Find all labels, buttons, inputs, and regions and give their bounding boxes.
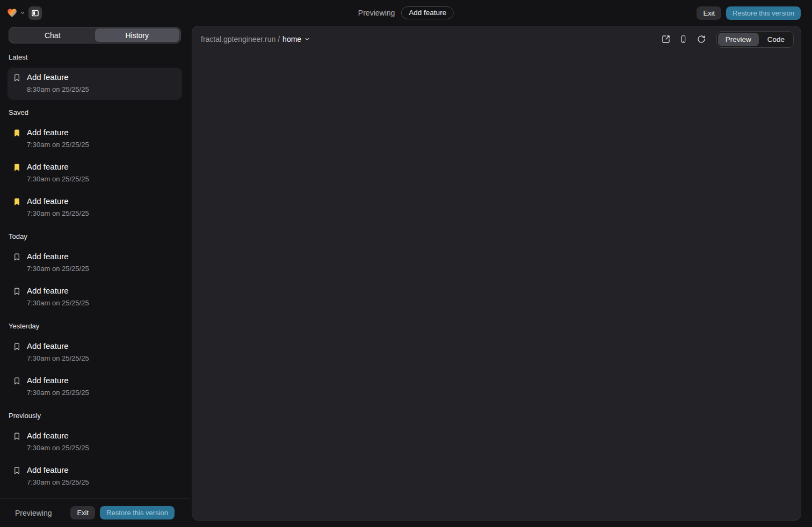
section-title: Today [9,232,181,240]
history-item-text: Add feature 7:30am on 25/25/25 [27,162,89,184]
item-time: 7:30am on 25/25/25 [27,443,89,453]
section-items: Add feature 7:30am on 25/25/25 Add featu… [8,426,182,493]
section-title: Saved [9,108,181,116]
bookmark-icon [13,197,21,206]
bookmark-icon [13,466,21,475]
section-items: Add feature 7:30am on 25/25/25 Add featu… [8,123,182,224]
history-list: Latest Add feature 8:30am on 25/25/25 Sa… [0,43,190,498]
mobile-view-button[interactable] [677,32,691,46]
url-current-page: home [282,35,301,43]
item-time: 7:30am on 25/25/25 [27,264,89,274]
preview-viewport[interactable] [192,52,801,520]
history-section: Yesterday Add feature 7:30am on 25/25/25… [8,322,182,403]
item-title: Add feature [27,127,89,138]
section-title: Latest [9,53,181,61]
history-section: Today Add feature 7:30am on 25/25/25 Add… [8,232,182,313]
item-title: Add feature [27,286,89,296]
item-time: 8:30am on 25/25/25 [27,85,89,94]
mobile-device-icon [679,35,687,43]
bookmark-icon [13,253,21,261]
history-item[interactable]: Add feature 7:30am on 25/25/25 [8,157,182,189]
footer-exit-button[interactable]: Exit [70,506,95,519]
history-item[interactable]: Add feature 7:30am on 25/25/25 [8,247,182,279]
history-item-text: Add feature 7:30am on 25/25/25 [27,375,89,398]
open-in-new-tab-button[interactable] [659,32,673,46]
history-item[interactable]: Add feature 7:30am on 25/25/25 [8,426,182,458]
chat-history-tabs: Chat History [9,27,181,43]
history-item[interactable]: Add feature 7:30am on 25/25/25 [8,192,182,224]
history-item-text: Add feature 7:30am on 25/25/25 [27,286,89,308]
item-title: Add feature [27,341,89,352]
history-section: Previously Add feature 7:30am on 25/25/2… [8,412,182,493]
history-item-text: Add feature 7:30am on 25/25/25 [27,430,89,453]
item-title: Add feature [27,251,89,262]
item-time: 7:30am on 25/25/25 [27,174,89,184]
item-title: Add feature [27,430,89,441]
sidebar-footer: Previewing Exit Restore this version [0,498,190,527]
history-item-text: Add feature 7:30am on 25/25/25 [27,465,89,487]
history-item[interactable]: Add feature 7:30am on 25/25/25 [8,460,182,493]
item-time: 7:30am on 25/25/25 [27,478,89,487]
toggle-preview[interactable]: Preview [718,33,759,46]
section-title: Yesterday [9,322,181,330]
toggle-code[interactable]: Code [760,33,792,46]
footer-restore-version-button[interactable]: Restore this version [100,506,175,519]
bookmark-icon [13,163,21,172]
item-title: Add feature [27,196,89,207]
history-item[interactable]: Add feature 7:30am on 25/25/25 [8,281,182,313]
bookmark-icon [13,377,21,385]
refresh-icon [697,35,706,43]
item-time: 7:30am on 25/25/25 [27,298,89,308]
section-items: Add feature 7:30am on 25/25/25 Add featu… [8,247,182,313]
chevron-down-icon [304,36,310,42]
item-title: Add feature [27,375,89,386]
history-item[interactable]: Add feature 7:30am on 25/25/25 [8,336,182,369]
footer-previewing-label: Previewing [15,509,52,517]
item-title: Add feature [27,465,89,475]
history-item-text: Add feature 7:30am on 25/25/25 [27,127,89,150]
sidebar: Chat History Latest Add feature 8:30am o… [0,26,190,527]
section-items: Add feature 7:30am on 25/25/25 Add featu… [8,336,182,403]
history-item-text: Add feature 7:30am on 25/25/25 [27,251,89,274]
bookmark-icon [13,432,21,441]
page-url-selector[interactable]: fractal.gptengineer.run / home [201,35,310,43]
section-title: Previously [9,412,181,420]
item-time: 7:30am on 25/25/25 [27,140,89,150]
history-section: Latest Add feature 8:30am on 25/25/25 [8,53,182,100]
url-prefix: fractal.gptengineer.run / [201,35,280,43]
preview-panel: fractal.gptengineer.run / home [192,26,801,521]
history-section: Saved Add feature 7:30am on 25/25/25 Add… [8,108,182,224]
section-items: Add feature 8:30am on 25/25/25 [8,68,182,100]
panel-left-icon [31,9,39,17]
topbar: Previewing Add feature Exit Restore this… [0,0,812,26]
preview-panel-header: fractal.gptengineer.run / home [192,26,801,52]
sidebar-toggle-button[interactable] [28,6,42,20]
bookmark-icon [13,74,21,82]
history-item[interactable]: Add feature 7:30am on 25/25/25 [8,123,182,155]
history-item[interactable]: Add feature 7:30am on 25/25/25 [8,371,182,403]
bookmark-icon [13,129,21,137]
history-item[interactable]: Add feature 8:30am on 25/25/25 [8,68,182,100]
workspace-menu-button[interactable] [6,8,25,18]
exit-button[interactable]: Exit [697,6,721,20]
tab-chat[interactable]: Chat [10,28,95,42]
lovable-heart-logo [6,8,18,18]
version-badge[interactable]: Add feature [401,6,454,19]
restore-version-button[interactable]: Restore this version [726,6,801,20]
item-title: Add feature [27,72,89,83]
bookmark-icon [13,287,21,296]
refresh-button[interactable] [694,32,708,46]
chevron-down-icon [20,10,25,16]
item-time: 7:30am on 25/25/25 [27,388,89,398]
history-item-text: Add feature 7:30am on 25/25/25 [27,341,89,363]
item-time: 7:30am on 25/25/25 [27,354,89,363]
history-item-text: Add feature 8:30am on 25/25/25 [27,72,89,94]
history-item-text: Add feature 7:30am on 25/25/25 [27,196,89,218]
view-mode-toggle: Preview Code [716,31,794,48]
previewing-label: Previewing [358,9,395,17]
external-link-icon [662,35,670,43]
item-time: 7:30am on 25/25/25 [27,209,89,218]
bookmark-icon [13,342,21,351]
item-title: Add feature [27,162,89,172]
tab-history[interactable]: History [95,28,180,42]
